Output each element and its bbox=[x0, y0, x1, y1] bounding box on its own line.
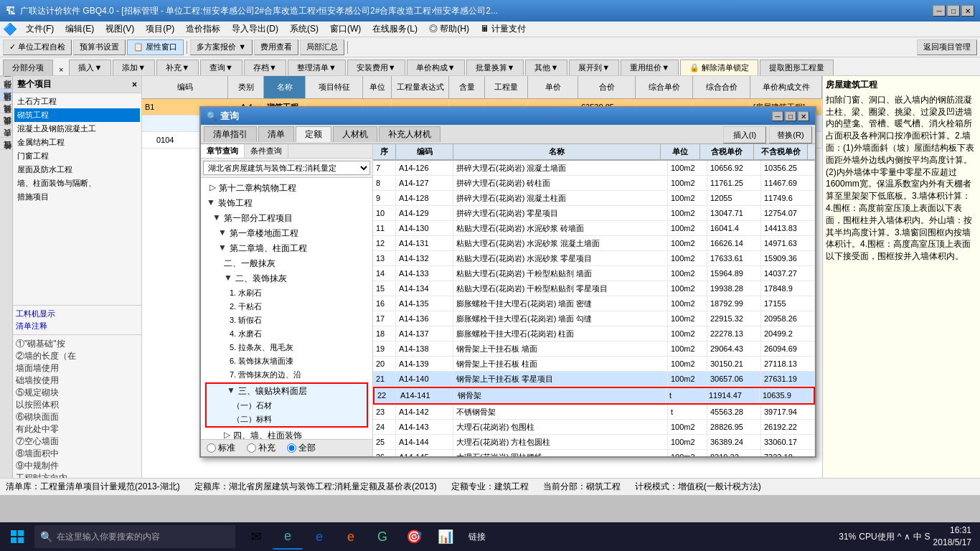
radio-standard-input[interactable] bbox=[207, 443, 216, 453]
dialog-row-18[interactable]: 18 A14-137 膨胀螺栓干挂大理石(花岗岩) 柱面 100m2 22278… bbox=[373, 326, 815, 342]
dialog-row-16[interactable]: 16 A14-135 膨胀螺栓干挂大理石(花岗岩) 墙面 密缝 100m2 18… bbox=[373, 296, 815, 311]
sidebar-close[interactable]: × bbox=[132, 80, 137, 90]
tab-insert[interactable]: 插入▼ bbox=[69, 60, 111, 75]
tab-expand[interactable]: 展开到▼ bbox=[569, 60, 619, 75]
menu-price[interactable]: 造价指标 bbox=[180, 22, 226, 37]
dialog-row-24[interactable]: 24 A14-143 大理石(花岗岩) 包围柱 100m2 28826.95 2… bbox=[373, 420, 815, 435]
minimize-btn[interactable]: ─ bbox=[933, 5, 946, 17]
tab-compliance[interactable]: 符合性检查 bbox=[0, 149, 12, 161]
menu-help[interactable]: ◎ 帮助(H) bbox=[423, 22, 475, 37]
tree-item-roof[interactable]: 屋面及防水工程 bbox=[14, 163, 140, 176]
taskbar-app-ie1[interactable]: e bbox=[273, 524, 303, 550]
taskbar-app-chart[interactable]: 📊 bbox=[430, 524, 461, 550]
tab-division[interactable]: 分部分项 bbox=[3, 60, 53, 75]
tree-item-wall[interactable]: 墙、柱面装饰与隔断、 bbox=[14, 176, 140, 190]
dialog-row-15[interactable]: 15 A14-134 粘贴大理石(花岗岩) 干粉型粘贴剂 零星项目 100m2 … bbox=[373, 281, 815, 296]
btn-fee-check[interactable]: 费用查看 bbox=[254, 39, 298, 55]
tree-decoration[interactable]: ▼装饰工程 bbox=[204, 196, 369, 211]
close-btn[interactable]: ✕ bbox=[961, 5, 974, 17]
dialog-row-11[interactable]: 11 A14-130 粘贴大理石(花岗岩) 水泥砂浆 砖墙面 100m2 160… bbox=[373, 221, 815, 236]
tree-chapter1[interactable]: ▼第一章楼地面工程 bbox=[204, 226, 369, 241]
dialog-row-19[interactable]: 19 A14-138 钢骨架上干挂石板 墙面 100m2 29064.43 26… bbox=[373, 342, 815, 357]
maximize-btn[interactable]: □ bbox=[947, 5, 960, 17]
tab-other-items[interactable]: 其他项目 bbox=[0, 113, 12, 125]
dialog-left-tab-chapter[interactable]: 章节查询 bbox=[201, 144, 245, 158]
quota-dropdown[interactable]: 湖北省房屋建筑与装饰工程:消耗量定 bbox=[203, 161, 370, 175]
dialog-left-tab-condition[interactable]: 条件查询 bbox=[245, 144, 288, 158]
tab-overview[interactable]: 工程概况 bbox=[0, 76, 12, 88]
tab-install[interactable]: 安装费用▼ bbox=[347, 60, 405, 75]
tree-plaster2[interactable]: ▼二、装饰抹灰 bbox=[204, 271, 369, 286]
dialog-row-10[interactable]: 10 A14-129 拼碎大理石(花岗岩) 零星项目 100m2 13047.7… bbox=[373, 206, 815, 221]
dialog-row-14[interactable]: 14 A14-133 粘贴大理石(花岗岩) 干粉型粘贴剂 墙面 100m2 15… bbox=[373, 266, 815, 281]
menu-window[interactable]: 窗口(W) bbox=[324, 22, 367, 37]
material-display[interactable]: 工料机显示 清单注释 bbox=[13, 305, 141, 334]
dialog-row-17[interactable]: 17 A14-136 膨胀螺栓干挂大理石(花岗岩) 墙面 勾缝 100m2 22… bbox=[373, 311, 815, 326]
taskbar-app-target[interactable]: 🎯 bbox=[399, 524, 429, 550]
taskbar-search-bar[interactable]: 🔍 在这里输入你要搜索的内容 bbox=[34, 525, 235, 548]
menu-file[interactable]: 文件(F) bbox=[20, 22, 60, 37]
material-display-link[interactable]: 工料机显示 bbox=[16, 309, 138, 319]
tree-stone[interactable]: （一）石材 bbox=[207, 399, 367, 413]
dialog-row-25[interactable]: 25 A14-144 大理石(花岗岩) 方柱包圆柱 100m2 36389.24… bbox=[373, 435, 815, 450]
bill-note-link[interactable]: 清单注释 bbox=[16, 321, 138, 331]
menu-project[interactable]: 项目(P) bbox=[140, 22, 180, 37]
tree-chapter12[interactable]: ▷第十二章构筑物工程 bbox=[204, 181, 369, 196]
tab-division-v[interactable]: 分部分项 bbox=[0, 88, 12, 100]
tab-fee-table[interactable]: 费表 bbox=[0, 137, 12, 149]
taskbar-app-chrome[interactable]: G bbox=[367, 524, 397, 550]
tab-other[interactable]: 其他▼ bbox=[525, 60, 567, 75]
tree-chop-stone[interactable]: 3. 斩假石 bbox=[204, 314, 369, 327]
tab-query[interactable]: 查询▼ bbox=[200, 60, 242, 75]
tree-item-masonry[interactable]: 砌筑工程 bbox=[14, 108, 140, 122]
taskbar-app-ie3[interactable]: e bbox=[336, 524, 366, 550]
dialog-tab-quota[interactable]: 定额 bbox=[296, 126, 331, 142]
tab-sort[interactable]: 整理清单▼ bbox=[288, 60, 346, 75]
tab-measures[interactable]: 措施项目 bbox=[0, 100, 12, 113]
tree-plaster1[interactable]: 二、一般抹灰 bbox=[204, 256, 369, 271]
menu-view[interactable]: 视图(V) bbox=[100, 22, 140, 37]
tab-extract[interactable]: 提取图形工程量 bbox=[760, 60, 834, 75]
tab-unlock[interactable]: 🔒 解除清单锁定 bbox=[680, 60, 758, 75]
insert-button[interactable]: 插入(I) bbox=[723, 126, 766, 143]
dialog-row-12[interactable]: 12 A14-131 粘贴大理石(花岗岩) 水泥砂浆 混凝土墙面 100m2 1… bbox=[373, 236, 815, 251]
dialog-tab-guide[interactable]: 清单指引 bbox=[204, 126, 257, 142]
menu-payment[interactable]: 🖩 计量支付 bbox=[475, 22, 532, 37]
tree-part1[interactable]: ▼第一部分工程项目 bbox=[204, 211, 369, 226]
tree-tile-mat[interactable]: （二）标料 bbox=[207, 413, 367, 426]
dialog-maximize-btn[interactable]: □ bbox=[785, 111, 796, 121]
dialog-tab-bill[interactable]: 清单 bbox=[258, 126, 294, 142]
tree-item-door[interactable]: 门窗工程 bbox=[14, 149, 140, 163]
menu-online[interactable]: 在线服务(L) bbox=[367, 22, 423, 37]
tree-item-metal[interactable]: 金属结构工程 bbox=[14, 136, 140, 149]
tab-batch[interactable]: 批量换算▼ bbox=[466, 60, 524, 75]
menu-import[interactable]: 导入导出(D) bbox=[226, 22, 284, 37]
replace-button[interactable]: 替换(R) bbox=[769, 126, 812, 143]
tree-tile[interactable]: ▼三、镶贴块料面层 bbox=[207, 384, 367, 399]
tab-reuse[interactable]: 重用组价▼ bbox=[621, 60, 679, 75]
btn-multi-plan[interactable]: 多方案报价 ▼ bbox=[190, 39, 253, 55]
tree-item-concrete[interactable]: 混凝土及钢筋混凝土工 bbox=[14, 122, 140, 136]
btn-property-window[interactable]: 📋 屋性窗口 bbox=[127, 39, 184, 55]
radio-all[interactable]: 全部 bbox=[287, 442, 316, 454]
tree-edge[interactable]: 7. 营饰抹灰的边、沿 bbox=[204, 368, 369, 382]
tab-archive[interactable]: 存档▼ bbox=[244, 60, 286, 75]
window-controls[interactable]: ─ □ ✕ bbox=[933, 5, 974, 17]
btn-local-sum[interactable]: 局部汇总 bbox=[300, 39, 344, 55]
menu-edit[interactable]: 编辑(E) bbox=[60, 22, 100, 37]
taskbar-app-mail[interactable]: ✉ bbox=[241, 524, 271, 550]
dialog-row-22[interactable]: 22 A14-141 钢骨架 t 11914.47 10635.9 bbox=[374, 388, 814, 403]
dialog-row-26[interactable]: 26 A14-145 大理石(花岗岩) 圆柱腰线 100m2 8219.22 7… bbox=[373, 450, 815, 456]
taskbar-app-link[interactable]: 链接 bbox=[462, 524, 492, 550]
dialog-tab-supplement[interactable]: 补充人材机 bbox=[379, 126, 440, 142]
tree-water-brush[interactable]: 1. 水刷石 bbox=[204, 286, 369, 300]
dialog-row-8[interactable]: 8 A14-127 拼碎大理石(花岗岩) 砖柱面 100m2 11761.25 … bbox=[373, 176, 815, 191]
taskbar-app-ie2[interactable]: e bbox=[304, 524, 334, 550]
tree-item-measures[interactable]: 措施项目 bbox=[14, 190, 140, 204]
radio-all-input[interactable] bbox=[287, 443, 296, 453]
dialog-row-13[interactable]: 13 A14-132 粘贴大理石(花岗岩) 水泥砂浆 零星项目 100m2 17… bbox=[373, 251, 815, 266]
dialog-row-9[interactable]: 9 A14-128 拼碎大理石(花岗岩) 混凝土柱面 100m2 12055 1… bbox=[373, 191, 815, 206]
start-button[interactable] bbox=[3, 524, 32, 550]
tab-close-btn[interactable]: × bbox=[55, 64, 67, 75]
tree-dry-stone[interactable]: 2. 干粘石 bbox=[204, 300, 369, 314]
